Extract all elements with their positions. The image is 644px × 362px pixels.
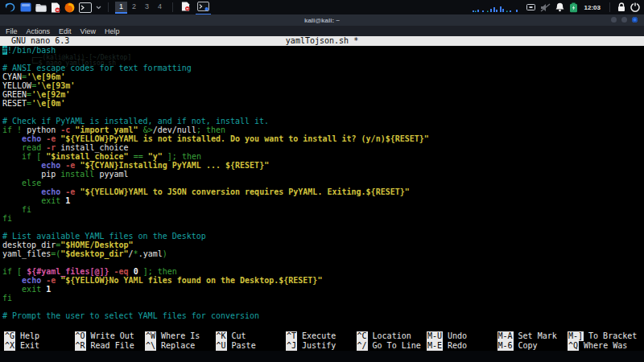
shortcut-key: ^Q	[568, 341, 579, 351]
code-line: echo -e "${YELLOW}PyYAML is not installe…	[2, 134, 644, 143]
code-line: echo -e "${YELLOW}YAML to JSON conversio…	[2, 187, 644, 196]
shortcut-key: ^C	[357, 331, 368, 341]
shortcut-where-is[interactable]: ^WWhere Is	[141, 331, 212, 341]
shortcut-label: Copy	[518, 341, 538, 351]
shortcut-where-was[interactable]: ^QWhere Was	[564, 341, 634, 351]
shortcut-execute[interactable]: ^TExecute	[282, 331, 353, 341]
shortcut-label: Write Out	[91, 331, 134, 341]
shortcut-justify[interactable]: ^JJustify	[282, 341, 353, 351]
workspace-1[interactable]: 1	[115, 2, 127, 14]
chevron-down-icon[interactable]	[96, 2, 101, 14]
code-line	[2, 302, 644, 311]
menu-help[interactable]: Help	[105, 27, 120, 35]
code-line: echo -e "${CYAN}Installing PyYAML ... ${…	[2, 161, 644, 170]
shortcut-go-to-line[interactable]: ^/Go To Line	[353, 341, 423, 351]
minimize-button[interactable]	[611, 17, 617, 23]
shortcut-key: ^W	[145, 331, 156, 341]
menu-actions[interactable]: Actions	[27, 27, 51, 35]
shortcut-label: Exit	[20, 341, 39, 351]
shortcut-label: Undo	[448, 331, 467, 341]
code-line: echo -e "${YELLOW}No YAML files found on…	[2, 276, 644, 285]
nano-titlebar: GNU nano 6.3 yamlTojson.sh *	[0, 36, 644, 46]
code-line: fi	[2, 294, 644, 302]
shortcut-paste[interactable]: ^UPaste	[212, 341, 283, 351]
firefox-icon[interactable]	[64, 2, 75, 14]
shortcut-label: Redo	[448, 341, 467, 351]
menu-edit[interactable]: Edit	[59, 27, 72, 35]
taskbar-document-window[interactable]	[180, 0, 192, 15]
folder-icon[interactable]	[35, 2, 47, 14]
shortcut-key: M-]	[568, 331, 584, 341]
shortcut-label: Location	[373, 331, 411, 341]
shortcut-key: ^O	[75, 331, 86, 341]
shortcut-key: ^J	[286, 341, 297, 351]
nano-filename: yamlTojson.sh *	[0, 36, 644, 46]
power-icon[interactable]	[630, 2, 640, 14]
kali-menu-icon[interactable]	[4, 2, 16, 14]
shortcut-read-file[interactable]: ^RRead File	[71, 341, 142, 351]
shortcut-replace[interactable]: ^\Replace	[141, 341, 212, 351]
shortcut-cut[interactable]: ^KCut	[212, 331, 283, 341]
shortcut-undo[interactable]: M-UUndo	[423, 331, 493, 341]
shortcut-key: ^\	[145, 341, 156, 351]
panel-clock[interactable]: 12:03	[584, 4, 601, 11]
code-line: exit 1	[2, 196, 644, 205]
notifications-bell-icon[interactable]	[555, 2, 564, 14]
shortcut-label: Cut	[232, 331, 246, 341]
shortcut-key: ^T	[286, 331, 297, 341]
shortcut-key: ^X	[4, 341, 15, 351]
battery-icon[interactable]	[569, 2, 578, 14]
shortcut-label: To Bracket	[588, 331, 637, 341]
shortcut-key: ^U	[216, 341, 227, 351]
shortcut-location[interactable]: ^CLocation	[353, 331, 423, 341]
maximize-button[interactable]	[621, 17, 627, 23]
shortcut-label: Read File	[91, 341, 134, 351]
shortcut-exit[interactable]: ^XExit	[0, 341, 71, 351]
cpu-graph-icon[interactable]	[469, 2, 522, 14]
code-line: YELLOW='\e[93m'	[2, 81, 644, 90]
taskbar-terminal-window[interactable]	[196, 0, 211, 15]
shortcut-label: Set Mark	[518, 331, 557, 341]
desktop-background	[0, 351, 644, 362]
shortcut-label: Help	[20, 331, 39, 341]
close-button[interactable]	[632, 17, 638, 23]
code-line: RESET='\e[0m'	[2, 99, 644, 108]
workspace-4[interactable]: 4	[154, 2, 166, 14]
menu-view[interactable]: View	[80, 27, 96, 35]
shortcut-to-bracket[interactable]: M-]To Bracket	[564, 331, 634, 341]
terminal-menubar: FileActionsEditViewHelp	[0, 26, 644, 36]
terminal-titlebar[interactable]: kali@kali: ~	[0, 14, 644, 26]
desktop-panel: 1234 12:03	[0, 0, 644, 14]
code-line: # List available YAML files on the Deskt…	[2, 232, 644, 241]
shortcut-label: Execute	[302, 331, 336, 341]
menu-file[interactable]: File	[6, 27, 18, 35]
code-line	[2, 223, 644, 232]
shortcut-key: M-6	[497, 341, 514, 351]
shortcut-copy[interactable]: M-6Copy	[493, 341, 564, 351]
shortcut-help[interactable]: ^GHelp	[0, 331, 71, 341]
shortcut-key: ^R	[75, 341, 86, 351]
code-line: if [ "$install_choice" == "y" ]; then	[2, 152, 644, 161]
workspace-2[interactable]: 2	[128, 2, 140, 14]
workspace-pager: 1234	[115, 2, 166, 14]
panel-separator	[172, 2, 173, 12]
terminal-launcher-icon[interactable]	[79, 2, 92, 14]
lock-icon[interactable]	[617, 2, 625, 14]
code-line: # ANSI escape codes for text formatting	[2, 64, 644, 72]
shortcut-label: Go To Line	[373, 341, 421, 351]
file-manager-icon[interactable]	[20, 2, 31, 14]
code-line: read -r install_choice	[2, 143, 644, 152]
workspace-3[interactable]: 3	[141, 2, 153, 14]
shortcut-write-out[interactable]: ^OWrite Out	[71, 331, 142, 341]
code-line	[2, 108, 644, 117]
audio-muted-icon[interactable]	[540, 2, 551, 14]
shortcut-label: Replace	[161, 341, 195, 351]
text-editor-icon[interactable]	[51, 2, 60, 14]
shortcut-redo[interactable]: M-ERedo	[423, 341, 493, 351]
display-icon[interactable]	[526, 2, 535, 14]
nano-editor[interactable]: ┌──(kali@kali)-[~/Desktop] └─$ nano yaml…	[0, 46, 644, 331]
code-line	[2, 258, 644, 267]
shortcut-label: Where Is	[161, 331, 200, 341]
shortcut-set-mark[interactable]: M-ASet Mark	[493, 331, 564, 341]
panel-separator	[609, 2, 610, 12]
